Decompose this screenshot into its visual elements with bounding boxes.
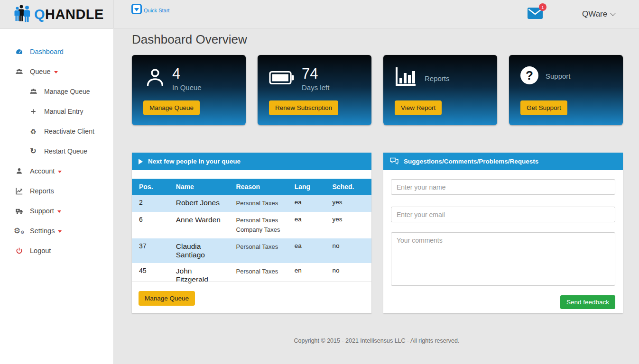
sidebar-item-account[interactable]: Account — [0, 161, 113, 181]
send-feedback-button[interactable]: Send feedback — [560, 295, 615, 309]
card-label: Support — [546, 72, 571, 80]
get-support-button[interactable]: Get Support — [520, 100, 567, 115]
card-value: 74 — [302, 66, 329, 82]
caret-down-icon — [57, 210, 61, 213]
bar-chart-icon — [395, 66, 417, 89]
caret-down-icon — [58, 171, 62, 173]
manage-queue-button[interactable]: Manage Queue — [139, 291, 195, 306]
logo[interactable]: QHANDLE — [0, 0, 114, 28]
sidebar-item-label: Reactivate Client — [44, 127, 94, 135]
users-icon — [14, 67, 24, 76]
caret-down-icon — [58, 230, 62, 233]
copyright-text: Copyright © 2015 - 2021 Intellisensus LL… — [114, 337, 639, 344]
queue-panel-title: Next few people in your queue — [148, 158, 241, 165]
sidebar-item-manual-entry[interactable]: Manual Entry — [0, 101, 113, 121]
cell-name: Anne Warden — [169, 212, 229, 238]
card-in-queue: 4In QueueManage Queue — [132, 55, 246, 125]
manage-queue-button[interactable]: Manage Queue — [143, 100, 200, 115]
recycle-icon: ♻ — [28, 127, 38, 136]
sidebar-item-label: Dashboard — [30, 48, 64, 55]
renew-subscription-button[interactable]: Renew Subscription — [269, 100, 338, 115]
cell-name: Claudia Santiago — [169, 238, 229, 263]
power-icon — [14, 246, 24, 255]
play-icon — [139, 159, 143, 164]
view-report-button[interactable]: View Report — [395, 100, 442, 115]
sidebar-item-logout[interactable]: Logout — [0, 241, 113, 261]
cell-reason: Personal Taxes — [229, 195, 287, 212]
users-icon — [28, 87, 38, 96]
sidebar-item-label: Manage Queue — [44, 88, 90, 95]
card-reports: ReportsView Report — [383, 55, 497, 125]
sidebar-item-reports[interactable]: Reports — [0, 181, 113, 201]
people-logo-icon — [14, 4, 31, 24]
cell-reason: Personal TaxesCompany Taxes — [229, 212, 287, 238]
quick-start-button[interactable]: Quick Start — [131, 4, 169, 14]
summary-cards: 4In QueueManage Queue74Days leftRenew Su… — [132, 55, 623, 125]
refresh-icon: ↻ — [28, 147, 38, 155]
top-bar: QHANDLE Quick Start 1 QWare — [0, 0, 639, 28]
table-row: 37Claudia SantiagoPersonal Taxeseano — [132, 238, 371, 263]
card-value: 4 — [172, 66, 202, 82]
column-header-reason: Reason — [229, 179, 287, 195]
cell-lang: ea — [287, 238, 325, 263]
comments-textarea[interactable] — [391, 232, 615, 286]
name-input[interactable] — [391, 179, 615, 195]
sidebar-item-settings[interactable]: ⚙⚙Settings — [0, 221, 113, 241]
user-icon — [14, 167, 24, 175]
truck-icon — [14, 207, 24, 215]
column-header-sched: Sched. — [325, 179, 371, 195]
dashboard-icon — [14, 47, 24, 56]
main-content: Dashboard Overview 4In QueueManage Queue… — [114, 29, 639, 364]
sidebar-item-reactivate-client[interactable]: ♻Reactivate Client — [0, 121, 113, 141]
notification-badge: 1 — [539, 3, 546, 11]
feedback-form: Send feedback — [383, 170, 623, 313]
table-row: 2Robert JonesPersonal Taxeseayes — [132, 195, 371, 212]
user-menu-label: QWare — [582, 9, 607, 19]
sidebar-item-label: Account — [30, 167, 55, 175]
quick-start-label: Quick Start — [144, 8, 169, 14]
cell-reason: Personal Taxes — [229, 238, 287, 263]
card-support: ?SupportGet Support — [509, 55, 623, 125]
feedback-panel-header: Suggestions/Comments/Problems/Requests — [383, 153, 623, 170]
cell-pos: 2 — [132, 195, 169, 212]
cell-sched: no — [325, 238, 371, 263]
card-label: Reports — [425, 74, 450, 82]
sidebar-item-label: Manual Entry — [44, 108, 83, 115]
sidebar-item-queue[interactable]: Queue — [0, 62, 113, 82]
sidebar-item-restart-queue[interactable]: ↻Restart Queue — [0, 141, 113, 161]
queue-panel: Next few people in your queue Pos.NameRe… — [132, 153, 371, 313]
cell-pos: 6 — [132, 212, 169, 238]
sidebar-item-label: Settings — [30, 227, 55, 235]
sidebar-item-label: Logout — [30, 247, 51, 255]
sidebar-item-label: Support — [30, 207, 54, 215]
chart-icon — [14, 187, 24, 195]
mail-button[interactable]: 1 — [528, 8, 543, 19]
person-icon — [143, 67, 165, 91]
sidebar-item-label: Queue — [30, 68, 51, 75]
question-icon: ? — [520, 66, 538, 84]
sidebar-item-dashboard[interactable]: Dashboard — [0, 42, 113, 62]
chevron-down-icon — [611, 10, 616, 16]
email-input[interactable] — [391, 207, 615, 222]
card-label: Days left — [302, 83, 329, 91]
gears-icon: ⚙⚙ — [14, 227, 24, 235]
queue-table: Pos.NameReasonLangSched. 2Robert JonesPe… — [132, 179, 371, 288]
sidebar-item-support[interactable]: Support — [0, 201, 113, 221]
caret-down-icon — [54, 71, 58, 73]
column-header-name: Name — [169, 179, 229, 195]
envelope-icon — [528, 12, 543, 20]
comments-icon — [390, 157, 398, 166]
cell-lang: ea — [287, 195, 325, 212]
cell-sched: yes — [325, 195, 371, 212]
sidebar-item-manage-queue[interactable]: Manage Queue — [0, 82, 113, 101]
card-label: In Queue — [172, 83, 202, 91]
cell-name: Robert Jones — [169, 195, 229, 212]
cell-pos: 37 — [132, 238, 169, 263]
column-header-lang: Lang — [287, 179, 325, 195]
page-title: Dashboard Overview — [132, 32, 247, 47]
sidebar-item-label: Reports — [30, 187, 54, 195]
cell-lang: ea — [287, 212, 325, 238]
column-header-pos: Pos. — [132, 179, 169, 195]
cell-sched: yes — [325, 212, 371, 238]
user-menu[interactable]: QWare — [582, 0, 615, 28]
